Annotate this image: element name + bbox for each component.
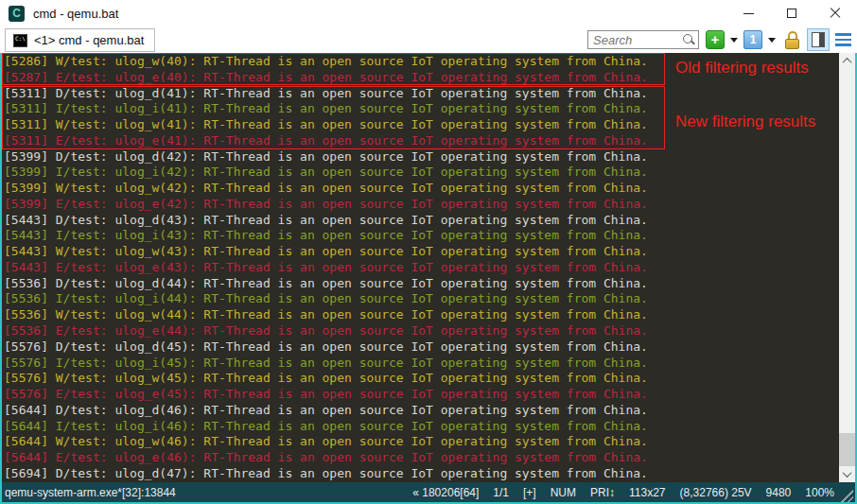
status-item: 113x27: [629, 486, 665, 499]
console-line: [5576] E/test: ulog_e(45): RT-Thread is …: [4, 387, 839, 403]
status-item: 100%: [805, 486, 834, 499]
new-results-box: [2, 86, 665, 149]
toolbar: + 1: [587, 29, 854, 50]
console-line: [5576] D/test: ulog_d(45): RT-Thread is …: [4, 339, 839, 356]
console-line: [5443] I/test: ulog_i(43): RT-Thread is …: [4, 228, 839, 244]
console-line: [5443] D/test: ulog_d(43): RT-Thread is …: [4, 213, 839, 229]
scroll-up-button[interactable]: [839, 53, 855, 69]
console-line: [5644] D/test: ulog_d(46): RT-Thread is …: [4, 403, 839, 419]
new-console-button[interactable]: +: [706, 30, 725, 49]
chevron-down-icon: [843, 468, 852, 478]
old-results-label: Old filtering results: [675, 59, 809, 78]
tab-label: <1> cmd - qemu.bat: [34, 33, 144, 47]
search-box: [587, 30, 699, 49]
new-console-dropdown-icon[interactable]: [730, 38, 738, 43]
console-area[interactable]: [5286] W/test: ulog_w(40): RT-Thread is …: [0, 53, 857, 482]
window-number-button[interactable]: 1: [743, 30, 762, 49]
menu-icon[interactable]: [835, 33, 851, 46]
lock-icon[interactable]: [785, 31, 800, 49]
maximize-button[interactable]: [770, 0, 813, 26]
console-line: [5399] D/test: ulog_d(42): RT-Thread is …: [4, 149, 839, 165]
status-item: 9480: [766, 486, 792, 499]
status-item: (8,32766) 25V: [680, 486, 752, 499]
window-title: cmd - qemu.bat: [33, 7, 118, 21]
window-dropdown-icon[interactable]: [768, 38, 776, 43]
search-input[interactable]: [588, 33, 682, 47]
console-line: [5536] W/test: ulog_w(44): RT-Thread is …: [4, 307, 839, 323]
status-item: « 180206[64]: [412, 486, 479, 499]
console-line: [5644] I/test: ulog_i(46): RT-Thread is …: [4, 419, 839, 435]
status-item: [+]: [523, 486, 536, 499]
console-line: [5443] W/test: ulog_w(43): RT-Thread is …: [4, 244, 839, 260]
cmd-icon: C:\: [13, 34, 27, 47]
title-bar: C cmd - qemu.bat: [0, 0, 857, 26]
minimize-icon: [743, 13, 754, 14]
status-item: PRI↕: [590, 486, 615, 499]
status-right: « 180206[64]1/1[+]NUMPRI↕113x27(8,32766)…: [412, 482, 834, 502]
status-item: 1/1: [493, 486, 509, 499]
old-results-box: [2, 53, 665, 85]
search-icon: [682, 33, 695, 46]
close-icon: [830, 8, 841, 19]
tab-bar: C:\ <1> cmd - qemu.bat + 1: [0, 26, 857, 53]
console-line: [5399] W/test: ulog_w(42): RT-Thread is …: [4, 181, 839, 197]
new-results-label: New filtering results: [675, 113, 815, 131]
conemu-app-icon: C: [9, 6, 25, 22]
scrollbar-thumb[interactable]: [839, 433, 855, 466]
console-line: [5576] W/test: ulog_w(45): RT-Thread is …: [4, 371, 839, 387]
close-button[interactable]: [813, 0, 857, 26]
console-line: [5536] E/test: ulog_e(44): RT-Thread is …: [4, 323, 839, 339]
console-line: [5644] E/test: ulog_e(46): RT-Thread is …: [4, 450, 839, 466]
console-line: [5443] E/test: ulog_e(43): RT-Thread is …: [4, 260, 839, 276]
caption-buttons: [726, 0, 857, 26]
status-item: NUM: [551, 486, 576, 499]
scroll-down-button[interactable]: [839, 466, 855, 482]
console-buffer-icon: [812, 32, 825, 47]
tab-cmd-qemu[interactable]: C:\ <1> cmd - qemu.bat: [5, 28, 155, 52]
console-line: [5694] D/test: ulog_d(47): RT-Thread is …: [4, 466, 839, 482]
chevron-up-icon: [843, 58, 852, 67]
scrollbar[interactable]: [839, 53, 855, 482]
maximize-icon: [787, 9, 796, 18]
console-line: [5644] W/test: ulog_w(46): RT-Thread is …: [4, 434, 839, 450]
status-bar: qemu-system-arm.exe*[32]:13844 « 180206[…: [0, 482, 857, 502]
conemu-window: C cmd - qemu.bat C:\ <1> cmd - qemu.bat …: [0, 0, 857, 504]
console-line: [5576] I/test: ulog_i(45): RT-Thread is …: [4, 356, 839, 372]
minimize-button[interactable]: [726, 0, 770, 26]
console-buffer-button[interactable]: [807, 28, 830, 51]
console-line: [5399] I/test: ulog_i(42): RT-Thread is …: [4, 165, 839, 181]
console-line: [5399] E/test: ulog_e(42): RT-Thread is …: [4, 197, 839, 213]
resize-grip[interactable]: [839, 488, 853, 502]
console-line: [5536] D/test: ulog_d(44): RT-Thread is …: [4, 276, 839, 292]
status-process: qemu-system-arm.exe*[32]:13844: [5, 486, 176, 499]
console-line: [5536] I/test: ulog_i(44): RT-Thread is …: [4, 291, 839, 307]
